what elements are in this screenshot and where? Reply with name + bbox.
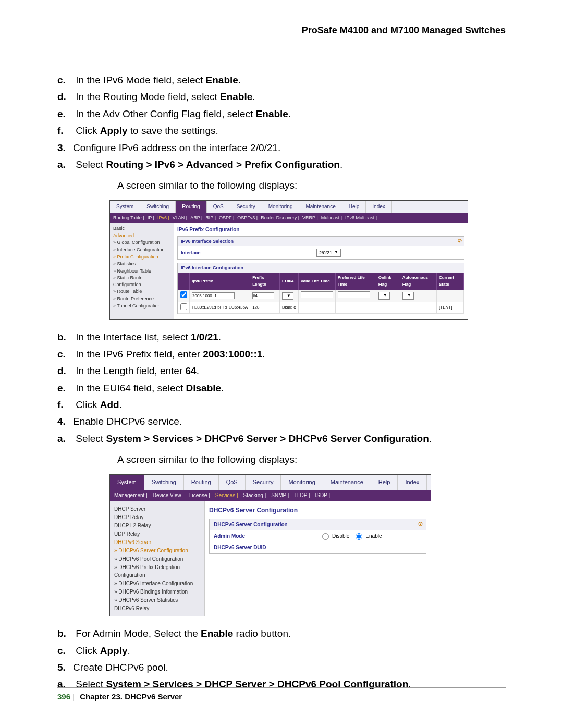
sidebar-item[interactable]: » Route Preference <box>113 295 170 302</box>
tab-help[interactable]: Help <box>342 201 366 213</box>
sidebar: DHCP ServerDHCP RelayDHCP L2 RelayUDP Re… <box>110 501 205 616</box>
sidebar-item[interactable]: » Prefix Configuration <box>113 254 170 261</box>
tab-system[interactable]: System <box>110 475 144 490</box>
sidebar-item[interactable]: » DHCPv6 Server Configuration <box>114 547 200 554</box>
subtab-management[interactable]: Management | <box>114 492 148 498</box>
sidebar-item[interactable]: » Route Table <box>113 288 170 295</box>
row-checkbox[interactable] <box>180 291 187 298</box>
col-header: Preferred Life Time <box>335 273 376 290</box>
valid-life-input[interactable] <box>301 291 333 298</box>
screenshot-ipv6-prefix: SystemSwitchingRoutingQoSSecurityMonitor… <box>109 200 468 320</box>
subtab-vrrp[interactable]: VRRP | <box>302 215 318 220</box>
sidebar-item[interactable]: DHCP Relay <box>114 513 200 521</box>
tab-monitoring[interactable]: Monitoring <box>262 201 300 213</box>
sidebar-item[interactable]: » DHCPv6 Interface Configuration <box>114 579 200 587</box>
tab-maintenance[interactable]: Maintenance <box>323 475 371 490</box>
subtab-vlan[interactable]: VLAN | <box>173 215 187 220</box>
chapter-label: Chapter 23. DHCPv6 Server <box>80 692 182 701</box>
tab-routing[interactable]: Routing <box>184 475 219 490</box>
sidebar-item[interactable]: » DHCPv6 Prefix Delegation Configuration <box>114 563 200 579</box>
sidebar-item[interactable]: » Tunnel Configuration <box>113 303 170 310</box>
page-header: ProSafe M4100 and M7100 Managed Switches <box>57 25 506 36</box>
admin-mode-disable-radio[interactable] <box>322 533 329 540</box>
subtab-ospfv3[interactable]: OSPFv3 | <box>237 215 258 220</box>
prefix-length-input[interactable]: 64 <box>252 292 274 299</box>
tab-system[interactable]: System <box>110 201 140 213</box>
subtab-ospf[interactable]: OSPF | <box>219 215 234 220</box>
subtab-ipv6-multicast[interactable]: IPv6 Multicast | <box>345 215 377 220</box>
sidebar-item[interactable]: DHCPv6 Relay <box>114 604 200 612</box>
subtab-stacking[interactable]: Stacking | <box>243 492 266 498</box>
col-header: Current State <box>437 273 464 290</box>
subtab-routing-table[interactable]: Routing Table | <box>113 215 144 220</box>
table-row: FE80::E291:F5FF:FEC6:436A 128 Disable [T… <box>178 302 464 314</box>
tab-monitoring[interactable]: Monitoring <box>281 475 323 490</box>
preferred-life-input[interactable] <box>338 291 370 298</box>
tab-routing[interactable]: Routing <box>176 201 206 213</box>
step-3a-caption: A screen similar to the following displa… <box>117 178 506 193</box>
tab-qos[interactable]: QoS <box>207 201 230 213</box>
autonomous-select[interactable]: ▼ <box>402 292 414 300</box>
subtab-device-view[interactable]: Device View | <box>153 492 184 498</box>
interface-select[interactable]: 2/0/21▼ <box>316 249 341 257</box>
help-icon[interactable]: ⑦ <box>418 520 423 528</box>
subtab-arp[interactable]: ARP | <box>190 215 202 220</box>
chevron-down-icon: ▼ <box>407 292 411 299</box>
sidebar-item[interactable]: DHCP L2 Relay <box>114 522 200 529</box>
admin-mode-enable-radio[interactable] <box>356 533 362 540</box>
subtab-lldp[interactable]: LLDP | <box>294 492 310 498</box>
subtab-isdp[interactable]: ISDP | <box>315 492 331 498</box>
tab-index[interactable]: Index <box>366 201 391 213</box>
prefix-table: Ipv6 PrefixPrefix LengthEUI64Valid Life … <box>178 273 464 314</box>
step-3: 3.Configure IPv6 address on the interfac… <box>57 140 506 156</box>
sidebar-item[interactable]: Basic <box>113 225 170 232</box>
subtab-multicast[interactable]: Multicast | <box>321 215 342 220</box>
subtab-snmp[interactable]: SNMP | <box>271 492 289 498</box>
tab-maintenance[interactable]: Maintenance <box>299 201 342 213</box>
tab-help[interactable]: Help <box>371 475 398 490</box>
page-number: 396 <box>57 692 70 701</box>
step-3a: a. Select Routing > IPv6 > Advanced > Pr… <box>57 157 506 172</box>
sidebar-item[interactable]: Advanced <box>113 232 170 239</box>
eui64-select[interactable]: ▼ <box>282 292 293 300</box>
sidebar-item[interactable]: » DHCPv6 Server Statistics <box>114 596 200 604</box>
sidebar-item[interactable]: » DHCPv6 Bindings Information <box>114 588 200 596</box>
col-header <box>178 273 190 290</box>
tab-qos[interactable]: QoS <box>219 475 246 490</box>
step-3c: c. In the IPv6 Prefix field, enter 2003:… <box>57 347 506 362</box>
tab-security[interactable]: Security <box>230 201 262 213</box>
col-header: Onlink Flag <box>376 273 400 290</box>
sidebar-item[interactable]: » Global Configuration <box>113 239 170 246</box>
interface-config-box: IPv6 Interface Configuration Ipv6 Prefix… <box>177 263 464 315</box>
tab-switching[interactable]: Switching <box>140 201 176 213</box>
row-checkbox[interactable] <box>180 303 187 310</box>
subtab-ipv6[interactable]: IPv6 | <box>157 215 169 220</box>
panel-title: DHCPv6 Server Configuration <box>209 505 426 515</box>
sidebar-item[interactable]: » Interface Configuration <box>113 246 170 253</box>
step-3e: e. In the EUI64 field, select Disable. <box>57 380 506 396</box>
dhcpv6-config-box: DHCPv6 Server Configuration⑦ Admin Mode … <box>209 519 426 554</box>
page-footer: 396 | Chapter 23. DHCPv6 Server <box>57 687 506 701</box>
subtab-license[interactable]: License | <box>189 492 210 498</box>
subtab-ip[interactable]: IP | <box>148 215 154 220</box>
sidebar-item[interactable]: DHCPv6 Server <box>114 538 200 546</box>
subtab-rip[interactable]: RIP | <box>205 215 216 220</box>
tab-switching[interactable]: Switching <box>144 475 184 490</box>
col-header: Prefix Length <box>250 273 280 290</box>
step-d: d. In the Routing Mode field, select Ena… <box>57 89 506 105</box>
subtab-router-discovery[interactable]: Router Discovery | <box>261 215 299 220</box>
chevron-down-icon: ▼ <box>383 292 387 299</box>
help-icon[interactable]: ⑦ <box>458 237 462 244</box>
tab-security[interactable]: Security <box>246 475 282 490</box>
subtab-services[interactable]: Services | <box>215 492 238 498</box>
tab-index[interactable]: Index <box>398 475 427 490</box>
sidebar-item[interactable]: DHCP Server <box>114 505 200 513</box>
sidebar-item[interactable]: » Statistics <box>113 261 170 267</box>
ipv6-prefix-input[interactable]: 2003:1000::1 <box>192 292 235 299</box>
sidebar-item[interactable]: » Static Route Configuration <box>113 275 170 288</box>
sidebar-item[interactable]: » DHCPv6 Pool Configuration <box>114 555 200 563</box>
onlink-select[interactable]: ▼ <box>378 292 390 300</box>
col-header: Ipv6 Prefix <box>190 273 250 290</box>
sidebar-item[interactable]: UDP Relay <box>114 530 200 538</box>
sidebar-item[interactable]: » Neighbour Table <box>113 268 170 275</box>
